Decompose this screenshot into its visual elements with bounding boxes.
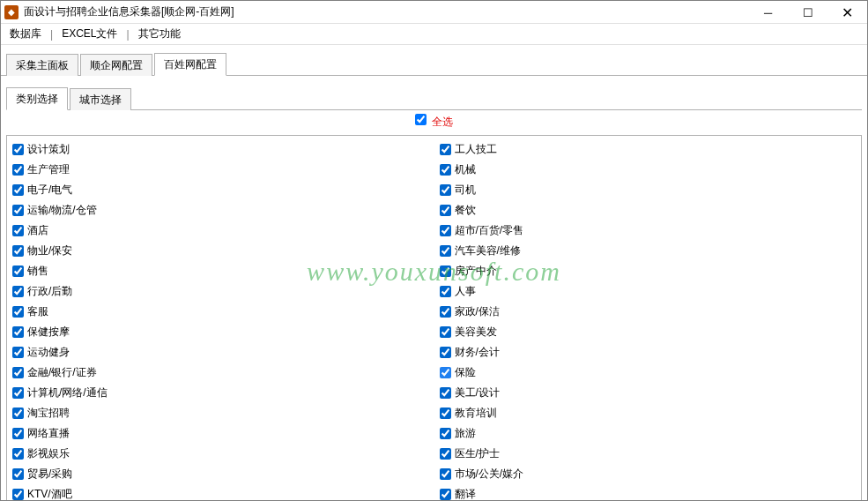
category-checkbox[interactable] — [12, 144, 24, 155]
tab-city-select[interactable]: 城市选择 — [70, 88, 131, 110]
category-checkbox[interactable] — [12, 468, 24, 480]
category-item[interactable]: 设计策划 — [12, 139, 434, 160]
tab-category-select[interactable]: 类别选择 — [6, 87, 68, 110]
category-checkbox[interactable] — [440, 367, 451, 378]
category-label: 医生/护士 — [455, 446, 500, 461]
category-item[interactable]: 餐饮 — [440, 200, 862, 221]
menu-excel[interactable]: EXCEL文件 — [58, 25, 121, 43]
category-label: 网络直播 — [27, 426, 70, 441]
category-checkbox[interactable] — [12, 164, 24, 176]
menu-database[interactable]: 数据库 — [6, 25, 45, 43]
menu-separator: | — [126, 28, 129, 41]
category-item[interactable]: 物业/保安 — [12, 241, 434, 261]
category-item[interactable]: 财务/会计 — [440, 342, 862, 363]
category-item[interactable]: 汽车美容/维修 — [440, 241, 862, 261]
window-controls: ─ ☐ ✕ — [748, 1, 867, 23]
category-checkbox[interactable] — [12, 347, 24, 358]
category-checkbox[interactable] — [12, 205, 24, 216]
category-checkbox[interactable] — [440, 184, 451, 196]
category-checkbox[interactable] — [440, 265, 451, 277]
category-item[interactable]: 翻译 — [440, 484, 862, 501]
category-item[interactable]: 美容美发 — [440, 322, 862, 342]
category-item[interactable]: 超市/百货/零售 — [440, 221, 862, 241]
close-button[interactable]: ✕ — [827, 1, 867, 24]
category-item[interactable]: 生产管理 — [12, 160, 434, 180]
category-checkbox[interactable] — [440, 428, 451, 439]
category-item[interactable]: 人事 — [440, 281, 862, 302]
category-item[interactable]: 房产中介 — [440, 261, 862, 281]
category-checkbox[interactable] — [12, 286, 24, 297]
category-checkbox[interactable] — [12, 265, 24, 277]
category-item[interactable]: 家政/保洁 — [440, 302, 862, 322]
tab-baixing-config[interactable]: 百姓网配置 — [154, 53, 226, 76]
category-column-right: 工人技工机械司机餐饮超市/百货/零售汽车美容/维修房产中介人事家政/保洁美容美发… — [434, 136, 862, 501]
category-checkbox[interactable] — [440, 326, 451, 338]
category-checkbox[interactable] — [12, 367, 24, 378]
category-label: 影视娱乐 — [27, 446, 70, 461]
maximize-button[interactable]: ☐ — [788, 1, 827, 24]
category-item[interactable]: 贸易/采购 — [12, 464, 434, 484]
tab-collect-panel[interactable]: 采集主面板 — [6, 54, 78, 76]
category-label: 电子/电气 — [27, 183, 72, 198]
menu-other[interactable]: 其它功能 — [135, 25, 184, 43]
category-checkbox[interactable] — [440, 448, 451, 460]
category-checkbox[interactable] — [440, 225, 451, 236]
category-checkbox[interactable] — [12, 184, 24, 196]
category-item[interactable]: KTV/酒吧 — [12, 484, 434, 501]
category-checkbox[interactable] — [440, 144, 451, 155]
category-checkbox[interactable] — [440, 245, 451, 257]
category-item[interactable]: 保险 — [440, 363, 862, 383]
category-checkbox[interactable] — [12, 306, 24, 318]
category-item[interactable]: 机械 — [440, 160, 862, 180]
category-item[interactable]: 销售 — [12, 261, 434, 281]
category-checkbox[interactable] — [440, 306, 451, 318]
category-checkbox[interactable] — [440, 489, 451, 500]
category-checkbox[interactable] — [440, 164, 451, 176]
category-label: 教育培训 — [455, 406, 497, 421]
category-item[interactable]: 运输/物流/仓管 — [12, 200, 434, 221]
category-item[interactable]: 保健按摩 — [12, 322, 434, 342]
category-checkbox[interactable] — [440, 286, 451, 297]
category-checkbox[interactable] — [440, 205, 451, 216]
select-all-row: 全选 — [6, 110, 862, 135]
menubar: 数据库 | EXCEL文件 | 其它功能 — [1, 24, 867, 45]
category-checkbox[interactable] — [12, 387, 24, 399]
category-item[interactable]: 运动健身 — [12, 342, 434, 363]
category-checkbox[interactable] — [12, 428, 24, 439]
category-item[interactable]: 金融/银行/证券 — [12, 363, 434, 383]
category-label: 计算机/网络/通信 — [27, 385, 108, 400]
category-item[interactable]: 影视娱乐 — [12, 444, 434, 464]
category-item[interactable]: 市场/公关/媒介 — [440, 464, 862, 484]
category-item[interactable]: 客服 — [12, 302, 434, 322]
category-item[interactable]: 医生/护士 — [440, 444, 862, 464]
category-item[interactable]: 淘宝招聘 — [12, 403, 434, 423]
category-checkbox[interactable] — [12, 408, 24, 419]
category-checkbox[interactable] — [12, 489, 24, 500]
category-item[interactable]: 工人技工 — [440, 139, 862, 160]
category-checkbox[interactable] — [12, 326, 24, 338]
category-item[interactable]: 旅游 — [440, 423, 862, 444]
category-label: 生产管理 — [27, 162, 70, 177]
main-tabs: 采集主面板 顺企网配置 百姓网配置 — [1, 45, 867, 76]
category-item[interactable]: 计算机/网络/通信 — [12, 383, 434, 403]
category-checkbox[interactable] — [440, 347, 451, 358]
category-item[interactable]: 酒店 — [12, 221, 434, 241]
category-checkbox[interactable] — [12, 225, 24, 236]
select-all-checkbox[interactable] — [415, 114, 427, 125]
select-all-label: 全选 — [432, 116, 453, 128]
category-checkbox[interactable] — [12, 245, 24, 257]
category-item[interactable]: 教育培训 — [440, 403, 862, 423]
category-checkbox[interactable] — [440, 387, 451, 399]
category-checkbox[interactable] — [440, 408, 451, 419]
category-item[interactable]: 网络直播 — [12, 423, 434, 444]
category-item[interactable]: 电子/电气 — [12, 180, 434, 200]
minimize-button[interactable]: ─ — [748, 1, 788, 24]
category-checkbox[interactable] — [440, 468, 451, 480]
tab-shunqi-config[interactable]: 顺企网配置 — [80, 54, 152, 76]
category-item[interactable]: 行政/后勤 — [12, 281, 434, 302]
select-all-control[interactable]: 全选 — [415, 116, 452, 128]
category-item[interactable]: 美工/设计 — [440, 383, 862, 403]
category-list-box[interactable]: 设计策划生产管理电子/电气运输/物流/仓管酒店物业/保安销售行政/后勤客服保健按… — [6, 135, 862, 501]
category-checkbox[interactable] — [12, 448, 24, 460]
category-item[interactable]: 司机 — [440, 180, 862, 200]
